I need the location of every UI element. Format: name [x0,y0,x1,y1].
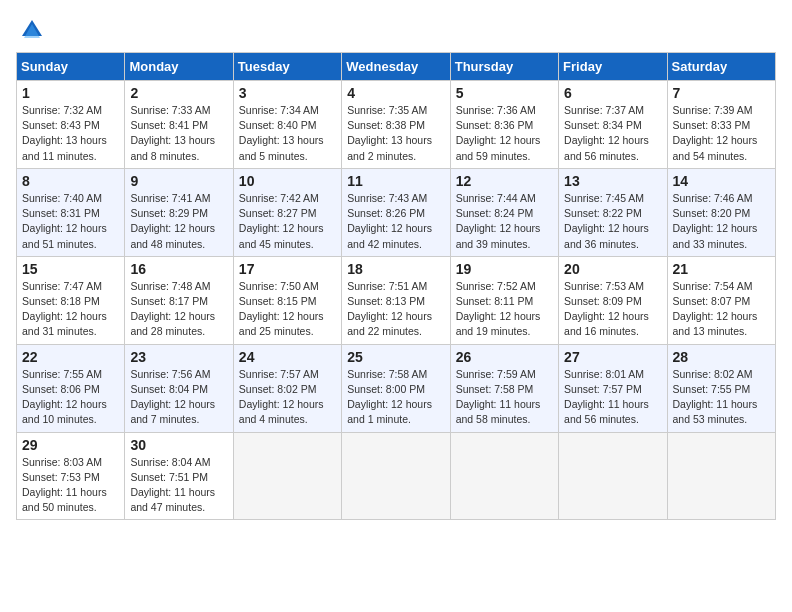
col-header-wednesday: Wednesday [342,53,450,81]
day-number: 17 [239,261,336,277]
calendar-cell: 9Sunrise: 7:41 AMSunset: 8:29 PMDaylight… [125,168,233,256]
calendar-cell [233,432,341,520]
cell-info: Sunrise: 8:04 AMSunset: 7:51 PMDaylight:… [130,455,227,516]
col-header-friday: Friday [559,53,667,81]
cell-info: Sunrise: 7:36 AMSunset: 8:36 PMDaylight:… [456,103,553,164]
day-number: 22 [22,349,119,365]
calendar-cell: 5Sunrise: 7:36 AMSunset: 8:36 PMDaylight… [450,81,558,169]
calendar-cell [450,432,558,520]
col-header-tuesday: Tuesday [233,53,341,81]
day-number: 15 [22,261,119,277]
calendar-cell: 25Sunrise: 7:58 AMSunset: 8:00 PMDayligh… [342,344,450,432]
day-number: 12 [456,173,553,189]
cell-info: Sunrise: 7:56 AMSunset: 8:04 PMDaylight:… [130,367,227,428]
day-number: 20 [564,261,661,277]
cell-info: Sunrise: 7:45 AMSunset: 8:22 PMDaylight:… [564,191,661,252]
day-number: 7 [673,85,770,101]
col-header-thursday: Thursday [450,53,558,81]
cell-info: Sunrise: 7:32 AMSunset: 8:43 PMDaylight:… [22,103,119,164]
day-number: 16 [130,261,227,277]
calendar-cell: 17Sunrise: 7:50 AMSunset: 8:15 PMDayligh… [233,256,341,344]
day-number: 28 [673,349,770,365]
calendar-week-row: 22Sunrise: 7:55 AMSunset: 8:06 PMDayligh… [17,344,776,432]
cell-info: Sunrise: 7:37 AMSunset: 8:34 PMDaylight:… [564,103,661,164]
day-number: 21 [673,261,770,277]
calendar-cell: 30Sunrise: 8:04 AMSunset: 7:51 PMDayligh… [125,432,233,520]
calendar-table: SundayMondayTuesdayWednesdayThursdayFrid… [16,52,776,520]
col-header-saturday: Saturday [667,53,775,81]
day-number: 30 [130,437,227,453]
cell-info: Sunrise: 7:58 AMSunset: 8:00 PMDaylight:… [347,367,444,428]
calendar-cell: 23Sunrise: 7:56 AMSunset: 8:04 PMDayligh… [125,344,233,432]
cell-info: Sunrise: 7:52 AMSunset: 8:11 PMDaylight:… [456,279,553,340]
calendar-cell: 27Sunrise: 8:01 AMSunset: 7:57 PMDayligh… [559,344,667,432]
cell-info: Sunrise: 7:54 AMSunset: 8:07 PMDaylight:… [673,279,770,340]
calendar-cell: 16Sunrise: 7:48 AMSunset: 8:17 PMDayligh… [125,256,233,344]
day-number: 18 [347,261,444,277]
calendar-cell: 22Sunrise: 7:55 AMSunset: 8:06 PMDayligh… [17,344,125,432]
day-number: 24 [239,349,336,365]
cell-info: Sunrise: 7:35 AMSunset: 8:38 PMDaylight:… [347,103,444,164]
cell-info: Sunrise: 7:53 AMSunset: 8:09 PMDaylight:… [564,279,661,340]
calendar-cell: 10Sunrise: 7:42 AMSunset: 8:27 PMDayligh… [233,168,341,256]
col-header-monday: Monday [125,53,233,81]
cell-info: Sunrise: 7:55 AMSunset: 8:06 PMDaylight:… [22,367,119,428]
cell-info: Sunrise: 7:57 AMSunset: 8:02 PMDaylight:… [239,367,336,428]
calendar-cell: 8Sunrise: 7:40 AMSunset: 8:31 PMDaylight… [17,168,125,256]
calendar-cell: 1Sunrise: 7:32 AMSunset: 8:43 PMDaylight… [17,81,125,169]
calendar-cell: 28Sunrise: 8:02 AMSunset: 7:55 PMDayligh… [667,344,775,432]
calendar-cell: 4Sunrise: 7:35 AMSunset: 8:38 PMDaylight… [342,81,450,169]
day-number: 1 [22,85,119,101]
calendar-cell: 29Sunrise: 8:03 AMSunset: 7:53 PMDayligh… [17,432,125,520]
day-number: 11 [347,173,444,189]
calendar-week-row: 29Sunrise: 8:03 AMSunset: 7:53 PMDayligh… [17,432,776,520]
day-number: 8 [22,173,119,189]
calendar-cell [667,432,775,520]
cell-info: Sunrise: 7:41 AMSunset: 8:29 PMDaylight:… [130,191,227,252]
day-number: 10 [239,173,336,189]
calendar-header-row: SundayMondayTuesdayWednesdayThursdayFrid… [17,53,776,81]
day-number: 26 [456,349,553,365]
logo-icon [18,16,46,44]
calendar-week-row: 1Sunrise: 7:32 AMSunset: 8:43 PMDaylight… [17,81,776,169]
cell-info: Sunrise: 7:33 AMSunset: 8:41 PMDaylight:… [130,103,227,164]
calendar-cell [559,432,667,520]
calendar-cell: 18Sunrise: 7:51 AMSunset: 8:13 PMDayligh… [342,256,450,344]
cell-info: Sunrise: 7:43 AMSunset: 8:26 PMDaylight:… [347,191,444,252]
cell-info: Sunrise: 8:02 AMSunset: 7:55 PMDaylight:… [673,367,770,428]
calendar-cell: 15Sunrise: 7:47 AMSunset: 8:18 PMDayligh… [17,256,125,344]
calendar-cell: 20Sunrise: 7:53 AMSunset: 8:09 PMDayligh… [559,256,667,344]
calendar-cell: 3Sunrise: 7:34 AMSunset: 8:40 PMDaylight… [233,81,341,169]
cell-info: Sunrise: 7:46 AMSunset: 8:20 PMDaylight:… [673,191,770,252]
cell-info: Sunrise: 7:40 AMSunset: 8:31 PMDaylight:… [22,191,119,252]
calendar-cell: 7Sunrise: 7:39 AMSunset: 8:33 PMDaylight… [667,81,775,169]
col-header-sunday: Sunday [17,53,125,81]
cell-info: Sunrise: 7:59 AMSunset: 7:58 PMDaylight:… [456,367,553,428]
day-number: 27 [564,349,661,365]
calendar-cell: 19Sunrise: 7:52 AMSunset: 8:11 PMDayligh… [450,256,558,344]
calendar-cell: 2Sunrise: 7:33 AMSunset: 8:41 PMDaylight… [125,81,233,169]
calendar-cell: 6Sunrise: 7:37 AMSunset: 8:34 PMDaylight… [559,81,667,169]
day-number: 5 [456,85,553,101]
cell-info: Sunrise: 7:34 AMSunset: 8:40 PMDaylight:… [239,103,336,164]
cell-info: Sunrise: 7:48 AMSunset: 8:17 PMDaylight:… [130,279,227,340]
day-number: 25 [347,349,444,365]
cell-info: Sunrise: 7:39 AMSunset: 8:33 PMDaylight:… [673,103,770,164]
day-number: 14 [673,173,770,189]
cell-info: Sunrise: 7:47 AMSunset: 8:18 PMDaylight:… [22,279,119,340]
calendar-cell: 14Sunrise: 7:46 AMSunset: 8:20 PMDayligh… [667,168,775,256]
day-number: 4 [347,85,444,101]
day-number: 13 [564,173,661,189]
calendar-cell: 13Sunrise: 7:45 AMSunset: 8:22 PMDayligh… [559,168,667,256]
calendar-cell: 21Sunrise: 7:54 AMSunset: 8:07 PMDayligh… [667,256,775,344]
day-number: 23 [130,349,227,365]
page-header [16,16,776,44]
day-number: 2 [130,85,227,101]
day-number: 29 [22,437,119,453]
calendar-week-row: 15Sunrise: 7:47 AMSunset: 8:18 PMDayligh… [17,256,776,344]
day-number: 9 [130,173,227,189]
day-number: 6 [564,85,661,101]
calendar-cell: 24Sunrise: 7:57 AMSunset: 8:02 PMDayligh… [233,344,341,432]
cell-info: Sunrise: 7:50 AMSunset: 8:15 PMDaylight:… [239,279,336,340]
calendar-week-row: 8Sunrise: 7:40 AMSunset: 8:31 PMDaylight… [17,168,776,256]
